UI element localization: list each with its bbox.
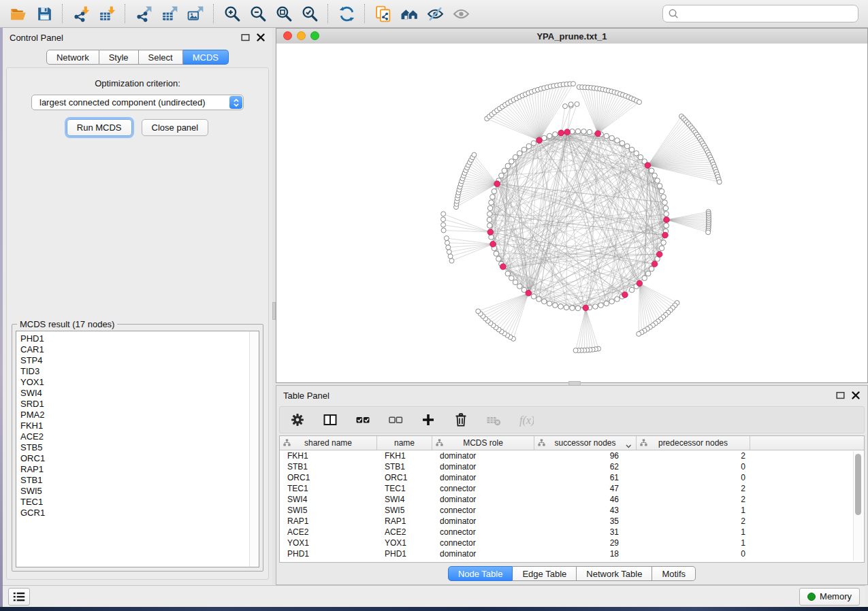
table-settings-button[interactable] (289, 412, 306, 428)
mcds-result-item[interactable]: STB1 (20, 475, 245, 486)
mcds-result-item[interactable]: YOX1 (20, 377, 245, 388)
mcds-hub-node[interactable] (536, 137, 543, 144)
mcds-hub-node[interactable] (487, 229, 494, 235)
mcds-result-item[interactable]: SWI4 (20, 388, 245, 399)
minimize-window-icon[interactable] (297, 31, 306, 40)
mcds-hub-node[interactable] (564, 129, 570, 135)
mcds-hub-node[interactable] (662, 232, 669, 238)
mcds-result-item[interactable]: ACE2 (20, 431, 245, 442)
import-table-button[interactable] (94, 3, 120, 24)
float-panel-icon[interactable] (240, 33, 250, 42)
table-row[interactable]: RAP1RAP1dominator352 (280, 516, 864, 527)
close-window-icon[interactable] (283, 31, 292, 40)
tab-select[interactable]: Select (139, 50, 183, 65)
clone-network-button[interactable] (370, 3, 396, 24)
mcds-result-item[interactable]: STP4 (20, 355, 245, 366)
table-row[interactable]: SWI5SWI5connector431 (280, 505, 864, 516)
mcds-result-item[interactable]: PHD1 (20, 333, 245, 344)
table-row[interactable]: ACE2ACE2connector311 (280, 527, 864, 538)
network-graph[interactable] (276, 44, 867, 382)
mcds-hub-node[interactable] (622, 292, 628, 298)
mcds-result-item[interactable]: CAR1 (20, 344, 245, 355)
mcds-hub-node[interactable] (595, 131, 601, 137)
mcds-result-item[interactable]: TEC1 (20, 497, 245, 508)
table-scrollbar[interactable] (853, 451, 863, 561)
mcds-hub-node[interactable] (645, 163, 651, 169)
mcds-result-item[interactable]: FKH1 (20, 420, 245, 431)
mcds-hub-node[interactable] (558, 130, 564, 136)
save-session-button[interactable] (31, 3, 57, 24)
table-row[interactable]: FKH1FKH1dominator962 (280, 450, 864, 461)
tab-edge-table[interactable]: Edge Table (513, 566, 577, 581)
mcds-hub-node[interactable] (583, 305, 589, 311)
scrollbar-thumb[interactable] (855, 454, 861, 515)
result-list-scrollbar[interactable] (249, 331, 259, 567)
show-all-button[interactable] (448, 3, 474, 24)
column-header-name[interactable]: name (377, 436, 432, 450)
mcds-hub-node[interactable] (490, 242, 496, 248)
mcds-hub-node[interactable] (664, 217, 670, 223)
table-row[interactable]: PHD1PHD1dominator180 (280, 548, 864, 559)
hide-selected-button[interactable] (422, 3, 448, 24)
float-panel-icon[interactable] (835, 391, 845, 400)
mcds-hub-node[interactable] (526, 291, 532, 297)
deselect-all-button[interactable] (387, 412, 404, 428)
close-panel-icon[interactable] (256, 33, 266, 42)
add-column-button[interactable] (420, 412, 436, 428)
table-row[interactable]: SWI4SWI4dominator462 (280, 494, 864, 505)
mcds-result-item[interactable]: ORC1 (20, 453, 245, 464)
mcds-result-item[interactable]: SWI5 (20, 486, 245, 497)
delete-column-button[interactable] (453, 412, 469, 428)
tab-mcds[interactable]: MCDS (183, 50, 229, 65)
optimization-criterion-select[interactable]: largest connected component (undirected) (31, 95, 244, 110)
mcds-hub-node[interactable] (656, 252, 662, 258)
import-network-button[interactable] (68, 3, 94, 24)
tab-network-table[interactable]: Network Table (577, 566, 652, 581)
table-toolbar: f(x) (279, 406, 865, 433)
mcds-hub-node[interactable] (494, 181, 500, 187)
tab-network[interactable]: Network (46, 50, 99, 65)
mcds-result-item[interactable]: TID3 (20, 366, 245, 377)
tab-style[interactable]: Style (99, 50, 139, 65)
tab-motifs[interactable]: Motifs (652, 566, 696, 581)
export-network-button[interactable] (131, 3, 157, 24)
zoom-out-button[interactable] (245, 3, 271, 24)
table-row[interactable]: ORC1ORC1dominator610 (280, 472, 864, 483)
export-table-button[interactable] (157, 3, 182, 24)
mcds-result-item[interactable]: SRD1 (20, 399, 245, 410)
table-row[interactable]: STB1STB1dominator620 (280, 461, 864, 472)
network-canvas[interactable] (276, 44, 867, 382)
open-file-button[interactable] (5, 3, 31, 24)
close-panel-button[interactable]: Close panel (142, 119, 209, 136)
column-header-successor-nodes[interactable]: successor nodes (534, 436, 637, 450)
mcds-result-item[interactable]: GCR1 (20, 508, 245, 518)
memory-button[interactable]: Memory (799, 588, 860, 606)
tab-node-table[interactable]: Node Table (448, 566, 513, 581)
zoom-selected-button[interactable] (297, 3, 323, 24)
close-panel-icon[interactable] (851, 391, 861, 400)
mcds-result-item[interactable]: STB5 (20, 442, 245, 453)
column-header-predecessor-nodes[interactable]: predecessor nodes (637, 436, 750, 450)
column-header-MCDS-role[interactable]: MCDS role (432, 436, 534, 450)
select-all-button[interactable] (355, 412, 371, 428)
export-image-button[interactable] (182, 3, 208, 24)
toggle-panel-columns-button[interactable] (322, 412, 338, 428)
show-panels-button[interactable] (8, 588, 30, 606)
mcds-result-item[interactable]: PMA2 (20, 410, 245, 420)
first-neighbors-button[interactable] (396, 3, 422, 24)
search-input[interactable] (662, 5, 858, 22)
zoom-in-button[interactable] (219, 3, 245, 24)
mcds-hub-node[interactable] (637, 280, 643, 286)
table-row[interactable]: YOX1YOX1connector291 (280, 538, 864, 548)
apply-layout-button[interactable] (334, 3, 359, 24)
column-header-shared-name[interactable]: shared name (280, 436, 377, 450)
mcds-hub-node[interactable] (500, 264, 507, 270)
table-row[interactable]: TEC1TEC1connector472 (280, 483, 864, 494)
zoom-fit-button[interactable] (271, 3, 297, 24)
run-mcds-button[interactable]: Run MCDS (67, 119, 132, 136)
svg-text:f(x): f(x) (519, 414, 534, 427)
add-column-icon (421, 412, 436, 427)
maximize-window-icon[interactable] (310, 31, 319, 40)
mcds-result-item[interactable]: RAP1 (20, 464, 245, 475)
mcds-hub-node[interactable] (652, 261, 658, 267)
